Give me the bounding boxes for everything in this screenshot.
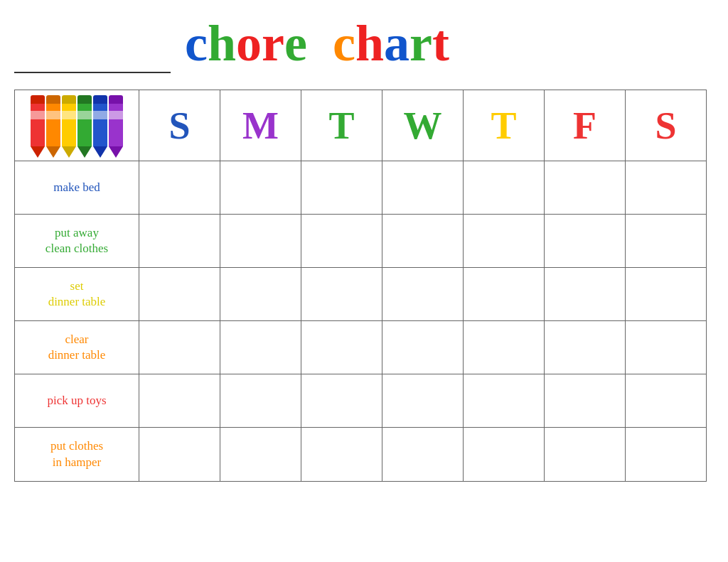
- cell-3-tue: [301, 268, 382, 320]
- cell-3-wed: [382, 268, 464, 320]
- title-letter-c: c: [185, 14, 208, 73]
- chore-clear-dinner-table: cleardinner table: [15, 321, 139, 374]
- chore-label-hamper: put clothesin hamper: [50, 438, 103, 470]
- cell-4-mon: [220, 321, 301, 374]
- cell-2-sat: [626, 215, 706, 267]
- chore-chart: make bed put awayclean clothes setdinner…: [14, 90, 707, 482]
- cell-5-mon: [220, 374, 301, 427]
- cell-5-sat: [626, 374, 706, 427]
- chore-label-put-away: put awayclean clothes: [46, 225, 108, 256]
- crayons: [26, 92, 127, 161]
- cell-6-thu: [464, 428, 545, 481]
- chore-row-2: [139, 215, 706, 268]
- chore-label-pick-toys: pick up toys: [47, 393, 106, 409]
- title-letter-o: o: [236, 14, 262, 73]
- chore-label-set-dinner: setdinner table: [48, 279, 106, 310]
- cell-5-fri: [545, 374, 626, 427]
- cell-5-tue: [301, 374, 382, 427]
- cell-1-tue: [301, 161, 382, 214]
- chore-label-make-bed: make bed: [53, 180, 100, 195]
- chore-pick-up-toys: pick up toys: [15, 374, 139, 428]
- chore-row-1: [139, 161, 706, 215]
- day-header-mon: M: [220, 90, 301, 161]
- cell-1-mon: [220, 161, 301, 214]
- cell-6-sun: [139, 428, 220, 481]
- cell-3-fri: [545, 268, 626, 320]
- days-grid: S M T W T F S: [139, 90, 706, 481]
- title-letter-r2: r: [410, 14, 432, 73]
- title-letter-r: r: [262, 14, 284, 73]
- cell-3-thu: [464, 268, 545, 320]
- cell-4-sat: [626, 321, 706, 374]
- header: c h o r e c h a r t: [14, 14, 707, 77]
- cell-6-fri: [545, 428, 626, 481]
- chore-label-clear-dinner: cleardinner table: [48, 332, 106, 363]
- chore-put-clothes-hamper: put clothesin hamper: [15, 428, 139, 481]
- cell-2-fri: [545, 215, 626, 267]
- chores-column: make bed put awayclean clothes setdinner…: [15, 90, 139, 481]
- crayons-header: [15, 90, 139, 161]
- title-letter-t: t: [432, 14, 449, 73]
- cell-3-sat: [626, 268, 706, 320]
- cell-3-mon: [220, 268, 301, 320]
- title-letter-a: a: [384, 14, 410, 73]
- cell-2-tue: [301, 215, 382, 267]
- title-letter-c2: c: [333, 14, 355, 73]
- cell-6-tue: [301, 428, 382, 481]
- cell-6-sat: [626, 428, 706, 481]
- cell-4-fri: [545, 321, 626, 374]
- page-title: c h o r e c h a r t: [185, 14, 449, 73]
- cell-1-wed: [382, 161, 464, 214]
- days-header-row: S M T W T F S: [139, 90, 706, 161]
- cell-5-wed: [382, 374, 464, 427]
- chore-row-3: [139, 268, 706, 321]
- cell-6-wed: [382, 428, 464, 481]
- day-header-fri: F: [545, 90, 626, 161]
- cell-5-thu: [464, 374, 545, 427]
- cell-2-wed: [382, 215, 464, 267]
- cell-2-sun: [139, 215, 220, 267]
- cell-1-fri: [545, 161, 626, 214]
- chore-put-away-clothes: put awayclean clothes: [15, 215, 139, 268]
- cell-1-sun: [139, 161, 220, 214]
- cell-4-thu: [464, 321, 545, 374]
- chore-row-4: [139, 321, 706, 374]
- cell-3-sun: [139, 268, 220, 320]
- cell-5-sun: [139, 374, 220, 427]
- cell-2-thu: [464, 215, 545, 267]
- day-header-thu: T: [464, 90, 545, 161]
- page: c h o r e c h a r t: [0, 0, 728, 562]
- name-line: [14, 52, 171, 73]
- chore-set-dinner-table: setdinner table: [15, 268, 139, 321]
- title-letter-h: h: [208, 14, 236, 73]
- chore-make-bed: make bed: [15, 161, 139, 215]
- cell-4-wed: [382, 321, 464, 374]
- chore-row-6: [139, 428, 706, 481]
- day-header-sun: S: [139, 90, 220, 161]
- title-letter-h2: h: [355, 14, 384, 73]
- cell-4-tue: [301, 321, 382, 374]
- title-letter-e: e: [284, 14, 307, 73]
- cell-2-mon: [220, 215, 301, 267]
- chore-row-5: [139, 374, 706, 428]
- day-header-tue: T: [301, 90, 382, 161]
- cell-1-thu: [464, 161, 545, 214]
- cell-6-mon: [220, 428, 301, 481]
- cell-1-sat: [626, 161, 706, 214]
- cell-4-sun: [139, 321, 220, 374]
- day-header-sat: S: [626, 90, 706, 161]
- day-header-wed: W: [382, 90, 464, 161]
